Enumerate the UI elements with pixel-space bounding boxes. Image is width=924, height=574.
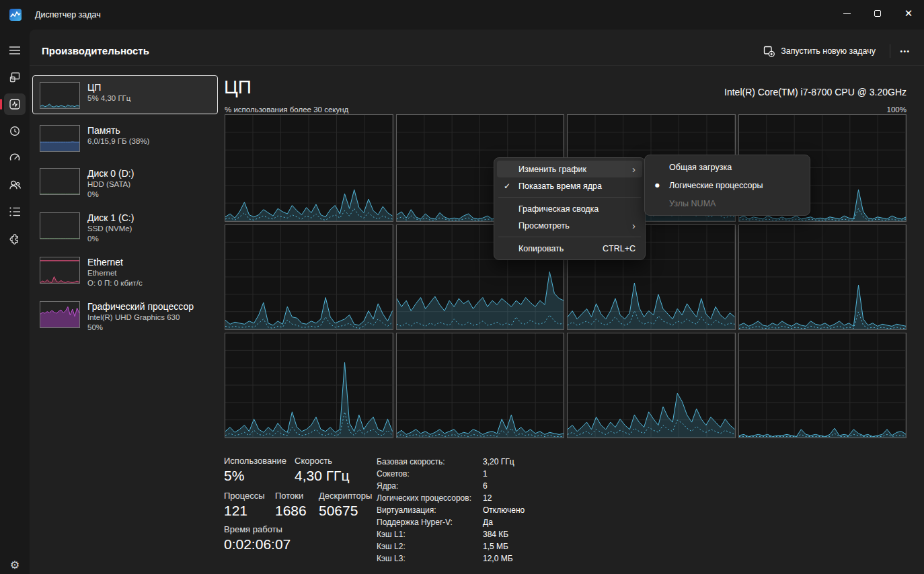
stat-processes-label: Процессы — [224, 491, 265, 501]
stat-speed-label: Скорость — [295, 456, 332, 466]
perf-item-line2: 6,0/15,9 ГБ (38%) — [87, 136, 149, 147]
cpu-details-list: Базовая скорость:3,20 ГГц Сокетов:1 Ядра… — [377, 456, 545, 565]
run-new-task-button[interactable]: Запустить новую задачу — [757, 41, 882, 61]
change-graph-submenu: Общая загрузка ● Логические процессоры У… — [644, 155, 810, 216]
content-panel: Производительность Запустить новую задач… — [30, 30, 924, 574]
sidebar-item-users[interactable] — [4, 174, 26, 196]
services-puzzle-icon — [9, 233, 21, 245]
stat-threads-value: 1686 — [275, 503, 307, 519]
lp-chart-9[interactable] — [396, 333, 565, 438]
detail-label: Кэш L1: — [377, 530, 483, 539]
submenu-item-numa-nodes: Узлы NUMA — [648, 194, 807, 212]
menu-item-change-graph[interactable]: Изменить график › — [497, 161, 642, 177]
menu-item-label: Графическая сводка — [518, 204, 599, 214]
ellipsis-icon: ••• — [900, 48, 910, 55]
lp-chart-4[interactable] — [225, 224, 393, 330]
detail-value: 6 — [483, 481, 488, 491]
close-icon: ✕ — [904, 9, 913, 19]
settings-button[interactable]: ⚙ — [4, 555, 26, 574]
stat-speed-value: 4,30 ГГц — [295, 468, 349, 484]
perf-item-line2: HDD (SATA) — [87, 179, 134, 190]
detail-value: 3,20 ГГц — [483, 457, 514, 466]
cpu-mini-chart — [40, 82, 80, 109]
chevron-right-icon: › — [632, 220, 636, 231]
detail-label: Сокетов: — [377, 469, 483, 479]
hamburger-menu-button[interactable] — [4, 40, 26, 61]
submenu-item-overall-utilization[interactable]: Общая загрузка — [648, 158, 807, 176]
lp-chart-0[interactable] — [225, 114, 393, 222]
perf-item-line3: 50% — [87, 323, 194, 333]
detail-value: 12 — [483, 493, 492, 503]
nav-rail: ⚙ — [0, 30, 30, 574]
menu-item-copy[interactable]: Копировать CTRL+C — [497, 240, 642, 257]
maximize-button[interactable] — [862, 0, 893, 27]
context-menu: Изменить график › ✓ Показать время ядра … — [494, 157, 646, 260]
perf-item-gpu[interactable]: Графический процессор Intel(R) UHD Graph… — [32, 294, 218, 336]
perf-item-disk0[interactable]: Диск 0 (D:) HDD (SATA) 0% — [32, 161, 218, 203]
perf-item-ethernet[interactable]: Ethernet Ethernet О: 0 П: 0 кбит/с — [32, 250, 218, 292]
header-divider — [890, 44, 890, 58]
stat-usage-value: 5% — [224, 468, 244, 484]
perf-item-title: Диск 0 (D:) — [87, 168, 134, 179]
details-list-icon — [9, 206, 21, 217]
title-bar: Диспетчер задач ✕ — [0, 0, 924, 30]
menu-item-label: Изменить график — [518, 165, 586, 174]
detail-label: Ядра: — [377, 481, 483, 491]
menu-shortcut: CTRL+C — [603, 244, 636, 253]
window-title: Диспетчер задач — [35, 10, 101, 19]
header-separator — [30, 65, 924, 66]
lp-chart-11[interactable] — [738, 333, 907, 438]
new-task-icon — [763, 46, 775, 57]
users-icon — [9, 179, 22, 191]
menu-item-label: Просмотреть — [518, 221, 570, 231]
perf-item-line3: 0% — [87, 190, 134, 200]
detail-row: Поддержка Hyper-V:Да — [377, 516, 545, 528]
perf-item-line2: Intel(R) UHD Graphics 630 — [87, 313, 194, 323]
detail-label: Кэш L2: — [377, 542, 483, 551]
minimize-icon — [843, 13, 851, 14]
sidebar-item-performance[interactable] — [4, 93, 26, 115]
detail-value: 12,0 МБ — [483, 554, 513, 563]
more-options-button[interactable]: ••• — [894, 41, 916, 61]
perf-item-memory[interactable]: Память 6,0/15,9 ГБ (38%) — [32, 118, 218, 157]
stat-uptime-label: Время работы — [224, 524, 282, 534]
lp-chart-7[interactable] — [738, 224, 907, 330]
submenu-item-logical-processors[interactable]: ● Логические процессоры — [648, 176, 807, 194]
menu-item-view[interactable]: Просмотреть › — [497, 217, 642, 234]
detail-row: Базовая скорость:3,20 ГГц — [377, 456, 545, 468]
sidebar-item-services[interactable] — [4, 228, 26, 249]
lp-chart-8[interactable] — [225, 333, 393, 438]
menu-item-graph-summary[interactable]: Графическая сводка — [497, 200, 642, 217]
stat-handles-label: Дескрипторы — [319, 491, 372, 501]
sidebar-item-processes[interactable] — [4, 67, 26, 88]
close-button[interactable]: ✕ — [893, 0, 924, 27]
graph-scale-label: 100% — [887, 106, 907, 114]
perf-item-title: ЦП — [87, 82, 130, 93]
cpu-model-name: Intel(R) Core(TM) i7-8700 CPU @ 3.20GHz — [724, 87, 907, 97]
detail-row: Кэш L1:384 КБ — [377, 528, 545, 540]
menu-item-label: Копировать — [518, 244, 564, 253]
detail-value: 1 — [483, 469, 488, 479]
perf-item-title: Графический процессор — [87, 301, 194, 313]
detail-value: Отключено — [483, 505, 525, 515]
perf-item-line3: 0% — [87, 234, 134, 244]
menu-item-show-kernel-times[interactable]: ✓ Показать время ядра — [497, 177, 642, 194]
lp-chart-10[interactable] — [567, 333, 736, 438]
minimize-button[interactable] — [831, 0, 862, 27]
sidebar-item-app-history[interactable] — [4, 120, 26, 142]
graph-axis-label: % использования более 30 секунд — [225, 106, 348, 114]
perf-item-cpu[interactable]: ЦП 5% 4,30 ГГц — [32, 75, 218, 114]
stat-threads-label: Потоки — [275, 491, 303, 501]
disk1-mini-chart — [40, 212, 80, 239]
perf-item-line3: О: 0 П: 0 кбит/с — [87, 278, 143, 288]
history-clock-icon — [9, 125, 21, 137]
task-manager-app-icon — [9, 9, 22, 21]
sidebar-item-details[interactable] — [4, 201, 26, 222]
menu-item-label: Узлы NUMA — [669, 199, 716, 208]
sidebar-item-startup-apps[interactable] — [4, 147, 26, 169]
perf-item-disk1[interactable]: Диск 1 (C:) SSD (NVMe) 0% — [32, 206, 218, 247]
gpu-mini-chart — [40, 301, 80, 328]
menu-item-label: Общая загрузка — [669, 163, 732, 172]
stat-processes-value: 121 — [224, 503, 247, 519]
perf-item-line2: 5% 4,30 ГГц — [87, 93, 130, 104]
